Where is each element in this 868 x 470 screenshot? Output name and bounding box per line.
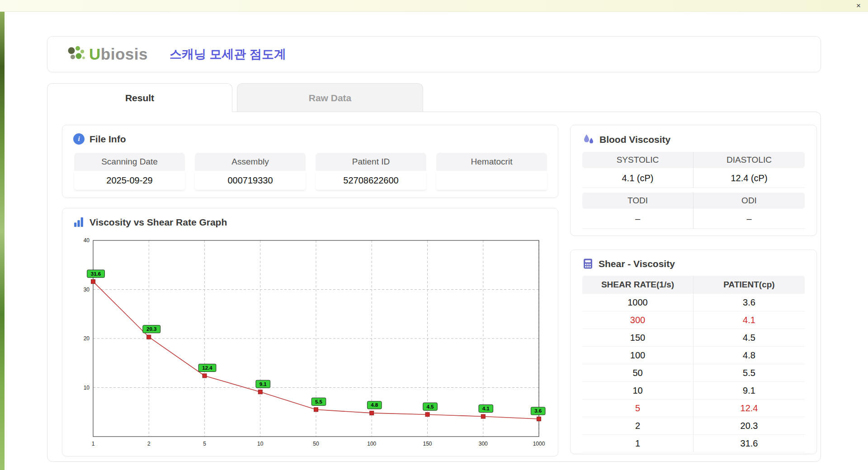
shear-rate-cell: 10	[582, 382, 693, 399]
bv-value: –	[693, 209, 805, 229]
field-label: Patient ID	[316, 153, 426, 171]
shear-table-row: 512.4	[582, 400, 805, 417]
patient-cp-cell: 12.4	[693, 400, 805, 417]
svg-text:20.3: 20.3	[146, 326, 156, 332]
header-card: Ubiosis 스캐닝 모세관 점도계	[47, 36, 821, 72]
svg-text:50: 50	[313, 441, 319, 447]
svg-text:30: 30	[84, 287, 90, 293]
shear-table-row: 10003.6	[582, 294, 805, 311]
patient-cp-cell: 31.6	[693, 435, 805, 452]
shear-table-header: SHEAR RATE(1/s) PATIENT(cp)	[582, 276, 805, 294]
shear-viscosity-title-row: Shear - Viscosity	[582, 258, 805, 269]
shear-table-row: 1504.5	[582, 329, 805, 347]
bv-value: –	[582, 209, 693, 229]
blood-viscosity-title: Blood Viscosity	[599, 134, 670, 145]
svg-text:1000: 1000	[533, 441, 545, 447]
svg-text:4.1: 4.1	[482, 406, 490, 411]
svg-text:12.4: 12.4	[202, 365, 212, 371]
shear-table: SHEAR RATE(1/s) PATIENT(cp) 10003.63004.…	[582, 276, 805, 452]
svg-text:10: 10	[84, 385, 90, 391]
shear-rate-cell: 5	[582, 400, 693, 417]
file-info-fields: Scanning Date2025-09-29Assembly000719330…	[73, 153, 547, 190]
app-title: 스캐닝 모세관 점도계	[170, 46, 286, 62]
shear-table-row: 131.6	[582, 435, 805, 452]
shear-rate-cell: 1000	[582, 294, 693, 311]
bar-chart-icon	[73, 216, 85, 228]
shear-viscosity-panel: Shear - Viscosity SHEAR RATE(1/s) PATIEN…	[570, 249, 817, 454]
tab-raw-data[interactable]: Raw Data	[237, 83, 423, 112]
droplets-icon	[582, 133, 594, 146]
blood-viscosity-title-row: Blood Viscosity	[582, 133, 805, 146]
file-info-panel: i File Info Scanning Date2025-09-29Assem…	[62, 125, 558, 198]
bv-header: DIASTOLIC	[693, 152, 805, 168]
patient-cp-header: PATIENT(cp)	[693, 276, 805, 294]
file-info-field-patient-id: Patient ID52708622600	[316, 153, 426, 190]
shear-table-row: 220.3	[582, 417, 805, 435]
shear-table-body: 10003.63004.11504.51004.8505.5109.1512.4…	[582, 294, 805, 452]
svg-text:5: 5	[203, 441, 206, 447]
logo-wordmark: Ubiosis	[89, 45, 148, 63]
svg-text:3.6: 3.6	[534, 408, 542, 414]
viscosity-chart: 102030401251050100150300100031.620.312.4…	[73, 234, 548, 450]
svg-text:9.1: 9.1	[259, 381, 267, 387]
patient-cp-cell: 5.5	[693, 364, 805, 381]
svg-text:2: 2	[147, 441, 151, 447]
svg-text:31.6: 31.6	[91, 271, 101, 277]
patient-cp-cell: 20.3	[693, 417, 805, 434]
file-info-field-assembly: Assembly000719330	[195, 153, 306, 190]
patient-cp-cell: 4.1	[693, 311, 805, 329]
calculator-icon	[582, 258, 594, 269]
bv-value: 4.1 (cP)	[582, 168, 693, 188]
svg-text:4.8: 4.8	[371, 402, 378, 408]
svg-text:40: 40	[84, 237, 90, 244]
field-value: 2025-09-29	[74, 171, 185, 190]
logo-icon	[66, 45, 87, 64]
svg-text:20: 20	[84, 335, 90, 342]
info-icon: i	[73, 133, 85, 145]
svg-text:4.5: 4.5	[427, 404, 434, 409]
field-label: Assembly	[195, 153, 306, 171]
shear-rate-cell: 100	[582, 347, 693, 364]
shear-rate-cell: 1	[582, 435, 693, 452]
patient-cp-cell: 4.5	[693, 329, 805, 346]
svg-text:100: 100	[367, 441, 376, 447]
bv-value: 12.4 (cP)	[693, 168, 805, 188]
field-label: Scanning Date	[74, 153, 185, 171]
graph-title-row: Viscosity vs Shear Rate Graph	[73, 216, 547, 228]
svg-text:1: 1	[92, 441, 95, 447]
shear-rate-cell: 2	[582, 417, 693, 434]
bv-header: SYSTOLIC	[582, 152, 693, 168]
chart-area: 102030401251050100150300100031.620.312.4…	[73, 234, 547, 452]
graph-title: Viscosity vs Shear Rate Graph	[90, 217, 227, 228]
file-info-field-hematocrit: Hematocrit	[436, 153, 547, 190]
svg-text:5.5: 5.5	[315, 399, 323, 404]
patient-cp-cell: 4.8	[693, 347, 805, 364]
file-info-title-row: i File Info	[73, 133, 547, 145]
result-content-card: i File Info Scanning Date2025-09-29Assem…	[47, 112, 821, 462]
blood-viscosity-panel: Blood Viscosity SYSTOLICDIASTOLIC4.1 (cP…	[570, 125, 817, 236]
svg-text:10: 10	[257, 441, 264, 447]
field-value: 52708622600	[316, 171, 426, 190]
file-info-title: File Info	[90, 134, 126, 145]
shear-table-row: 109.1	[582, 382, 805, 400]
blood-viscosity-table: SYSTOLICDIASTOLIC4.1 (cP)12.4 (cP)TODIOD…	[582, 152, 805, 229]
field-label: Hematocrit	[436, 153, 547, 171]
tab-result[interactable]: Result	[47, 83, 232, 112]
shear-rate-header: SHEAR RATE(1/s)	[582, 276, 693, 294]
shear-table-row: 3004.1	[582, 311, 805, 329]
desktop-background-strip	[0, 12, 5, 470]
bv-header: ODI	[693, 193, 805, 209]
logo: Ubiosis	[66, 45, 148, 64]
shear-viscosity-title: Shear - Viscosity	[599, 258, 675, 269]
patient-cp-cell: 9.1	[693, 382, 805, 399]
patient-cp-cell: 3.6	[693, 294, 805, 311]
shear-rate-cell: 300	[582, 311, 693, 329]
shear-table-row: 1004.8	[582, 347, 805, 364]
field-value: 000719330	[195, 171, 306, 190]
shear-table-row: 505.5	[582, 364, 805, 382]
svg-text:300: 300	[479, 441, 488, 447]
file-info-field-scanning-date: Scanning Date2025-09-29	[74, 153, 185, 190]
shear-rate-cell: 50	[582, 364, 693, 381]
window-titlebar: ×	[0, 0, 868, 12]
close-icon[interactable]: ×	[856, 1, 861, 10]
